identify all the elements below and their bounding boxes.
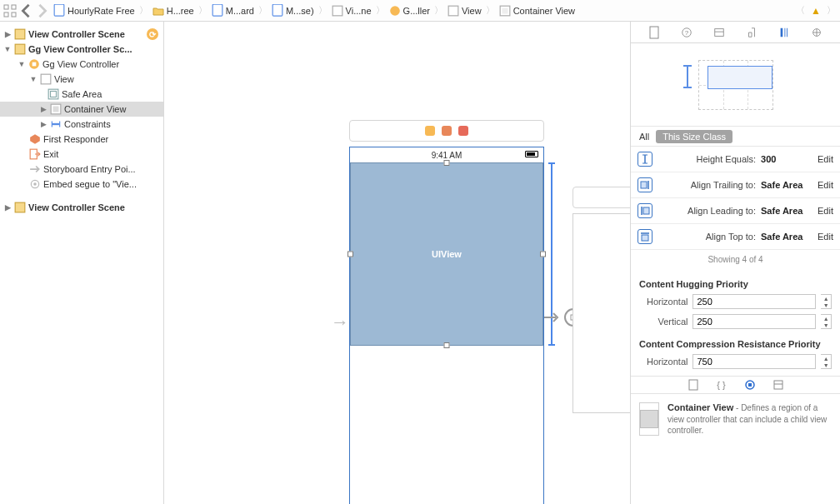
exit-icon: [29, 148, 41, 160]
disclosure-icon[interactable]: ▼: [3, 45, 12, 53]
hugging-vertical-input[interactable]: [692, 314, 816, 329]
constraint-edit-button[interactable]: Edit: [818, 154, 833, 164]
breadcrumb-item[interactable]: H...ree: [151, 5, 196, 17]
tab-file-icon[interactable]: [646, 24, 662, 41]
view-icon: [448, 5, 459, 17]
resize-handle[interactable]: [540, 252, 546, 257]
lib-tab-file-icon[interactable]: [687, 378, 700, 392]
breadcrumb-item[interactable]: M...ard: [210, 5, 256, 17]
lib-tab-objects-icon[interactable]: [743, 378, 757, 392]
outline-label: Embed segue to "Vie...: [43, 179, 137, 189]
compression-horizontal-input[interactable]: [692, 354, 816, 369]
constraint-edit-button[interactable]: Edit: [818, 206, 833, 216]
breadcrumb-item[interactable]: M...se): [270, 5, 316, 17]
nav-forward-button[interactable]: [35, 3, 50, 18]
outline-safearea[interactable]: Safe Area: [0, 87, 163, 102]
inspector-panel: ? All This Size Class Height Equals:300E…: [630, 22, 840, 504]
outline-scene[interactable]: ▶ View Controller Scene ⟳: [0, 27, 163, 42]
entry-arrow-icon[interactable]: →: [331, 312, 349, 333]
disclosure-icon[interactable]: ▶: [39, 105, 48, 113]
disclosure-icon[interactable]: ▶: [3, 30, 12, 38]
constraint-list: Height Equals:300EditAlign Trailing to:S…: [631, 147, 840, 250]
breadcrumb-item[interactable]: HourlyRate Free: [52, 5, 137, 17]
constraint-edit-button[interactable]: Edit: [818, 232, 833, 242]
tab-help-icon[interactable]: ?: [678, 24, 695, 41]
svg-rect-3: [12, 12, 16, 17]
segue-icon: [29, 178, 41, 190]
outline-firstresponder[interactable]: First Responder: [0, 132, 163, 147]
resize-handle[interactable]: [444, 160, 450, 166]
resize-handle[interactable]: [348, 252, 353, 257]
constraint-row[interactable]: Height Equals:300Edit: [631, 147, 840, 172]
stepper[interactable]: ▲▼: [821, 314, 832, 329]
lib-tab-code-icon[interactable]: { }: [715, 378, 728, 392]
disclosure-icon[interactable]: ▶: [3, 203, 12, 212]
breadcrumb-label: M...ard: [226, 6, 254, 16]
svg-rect-20: [53, 107, 59, 112]
breadcrumb-item[interactable]: Container View: [498, 5, 577, 17]
scene-viewcontroller[interactable]: View Controller: [572, 187, 630, 413]
scene-titlebar[interactable]: [349, 120, 544, 142]
outline-constraints[interactable]: ▶ Constraints: [0, 117, 163, 132]
add-scene-icon[interactable]: ⟳: [147, 28, 158, 40]
outline-view[interactable]: ▼ View: [0, 72, 163, 87]
disclosure-icon[interactable]: ▼: [29, 75, 38, 83]
tab-attributes-icon[interactable]: [743, 24, 760, 41]
warning-icon[interactable]: ▲: [811, 5, 821, 17]
svg-rect-1: [12, 5, 16, 9]
scene-titlebar[interactable]: View Controller: [572, 187, 630, 208]
scene-gg-viewcontroller[interactable]: 9:41 AM UIView: [349, 120, 544, 504]
breadcrumb-label: H...ree: [167, 6, 194, 16]
outline-embedsegue[interactable]: Embed segue to "Vie...: [0, 177, 163, 192]
outline-scene[interactable]: ▼ Gg View Controller Sc...: [0, 42, 163, 57]
outline-exit[interactable]: Exit: [0, 147, 163, 162]
svg-rect-18: [51, 92, 57, 97]
breadcrumb-label: Vi...ne: [346, 6, 372, 16]
svg-rect-15: [32, 62, 37, 67]
outline-scene[interactable]: ▶ View Controller Scene: [0, 200, 163, 215]
stepper[interactable]: ▲▼: [821, 294, 832, 309]
vc-view[interactable]: [572, 213, 630, 413]
breadcrumb-item[interactable]: View: [446, 5, 483, 17]
filter-all[interactable]: All: [639, 132, 649, 142]
disclosure-icon[interactable]: ▼: [18, 60, 26, 68]
breadcrumb-item[interactable]: Vi...ne: [330, 5, 373, 17]
breadcrumb-label: G...ller: [403, 6, 430, 16]
scene-dot-icon: [458, 126, 468, 136]
resize-handle[interactable]: [444, 342, 450, 348]
breadcrumb-item[interactable]: G...ller: [388, 5, 432, 17]
constraint-row[interactable]: Align Leading to:Safe AreaEdit: [631, 198, 840, 224]
viewcontroller-icon: [28, 58, 40, 70]
svg-rect-4: [54, 5, 64, 17]
svg-point-8: [390, 6, 400, 16]
tab-size-icon[interactable]: [776, 24, 792, 41]
hugging-horizontal-input[interactable]: [692, 294, 816, 309]
scene-icon: [14, 202, 26, 213]
constraint-edit-button[interactable]: Edit: [818, 180, 833, 190]
outline-viewcontroller[interactable]: ▼ Gg View Controller: [0, 57, 163, 72]
chevron-right-icon[interactable]: 〉: [826, 4, 837, 17]
constraint-row[interactable]: Align Top to:Safe AreaEdit: [631, 224, 840, 250]
scene-icon: [14, 28, 26, 40]
tab-identity-icon[interactable]: [711, 24, 728, 41]
selected-container-view[interactable]: UIView: [350, 162, 543, 346]
compression-horizontal-row: Horizontal ▲▼: [631, 352, 840, 372]
canvas[interactable]: → 9:41 AM UIView: [164, 22, 630, 504]
outline-label: Container View: [64, 104, 126, 114]
nav-back-button[interactable]: [18, 3, 33, 18]
outline-containerview[interactable]: ▶ Container View: [0, 102, 163, 117]
svg-rect-49: [748, 383, 752, 387]
chevron-left-icon[interactable]: 〈: [795, 4, 806, 17]
lib-tab-media-icon[interactable]: [772, 378, 785, 392]
disclosure-icon[interactable]: ▶: [39, 120, 48, 128]
library-item-container-view[interactable]: Container View - Defines a region of a v…: [631, 394, 840, 445]
tab-connections-icon[interactable]: [808, 24, 825, 41]
filter-sizeclass[interactable]: This Size Class: [656, 130, 732, 143]
outline-entrypoint[interactable]: Storyboard Entry Poi...: [0, 162, 163, 177]
chevron-right-icon: 〉: [433, 4, 444, 17]
related-items-icon[interactable]: [3, 4, 17, 17]
stepper[interactable]: ▲▼: [821, 354, 832, 369]
constraint-row[interactable]: Align Trailing to:Safe AreaEdit: [631, 172, 840, 198]
svg-text:?: ?: [685, 28, 689, 36]
phone-frame[interactable]: 9:41 AM UIView: [349, 147, 544, 504]
